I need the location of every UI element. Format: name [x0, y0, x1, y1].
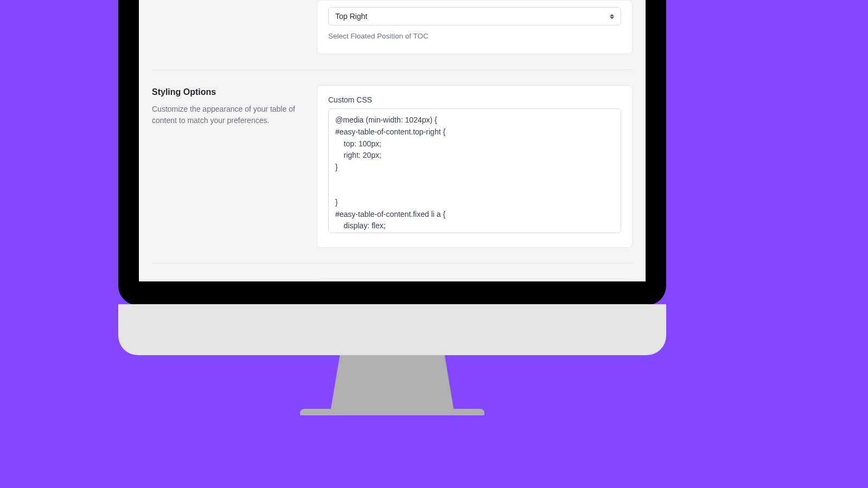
section-cache-right: Disable It's advisable to enable 'Store …: [317, 279, 633, 281]
cache-card: Disable It's advisable to enable 'Store …: [317, 279, 633, 281]
monitor-stand: [300, 355, 484, 415]
section-position-right: Top Right Select Floated Position of TOC: [317, 0, 633, 54]
monitor-bezel: Top Right Select Floated Position of TOC…: [118, 0, 666, 305]
floated-position-help: Select Floated Position of TOC: [328, 31, 621, 42]
floated-position-select-value: Top Right: [328, 7, 621, 25]
styling-description: Customize the appearance of your table o…: [152, 104, 304, 126]
section-cache: Store Configuration in Cache Cache Table…: [152, 264, 633, 281]
section-position: Top Right Select Floated Position of TOC: [152, 0, 633, 70]
monitor-base: [300, 409, 484, 415]
styling-card: Custom CSS: [317, 85, 633, 248]
styling-title: Styling Options: [152, 87, 304, 97]
section-cache-left: Store Configuration in Cache Cache Table…: [152, 279, 304, 281]
section-styling-left: Styling Options Customize the appearance…: [152, 85, 304, 126]
section-position-left: [152, 0, 304, 2]
custom-css-input[interactable]: [328, 108, 621, 233]
custom-css-label: Custom CSS: [328, 95, 621, 104]
section-styling: Styling Options Customize the appearance…: [152, 70, 633, 264]
monitor-frame: Top Right Select Floated Position of TOC…: [118, 0, 666, 415]
position-card: Top Right Select Floated Position of TOC: [317, 0, 633, 54]
monitor-chin: [118, 304, 666, 355]
settings-page: Top Right Select Floated Position of TOC…: [139, 0, 646, 281]
screen: Top Right Select Floated Position of TOC…: [139, 0, 646, 281]
cache-title: Store Configuration in Cache: [152, 281, 304, 281]
chevron-sort-icon: [608, 12, 616, 20]
section-styling-right: Custom CSS: [317, 85, 633, 248]
floated-position-select[interactable]: Top Right: [328, 7, 621, 25]
